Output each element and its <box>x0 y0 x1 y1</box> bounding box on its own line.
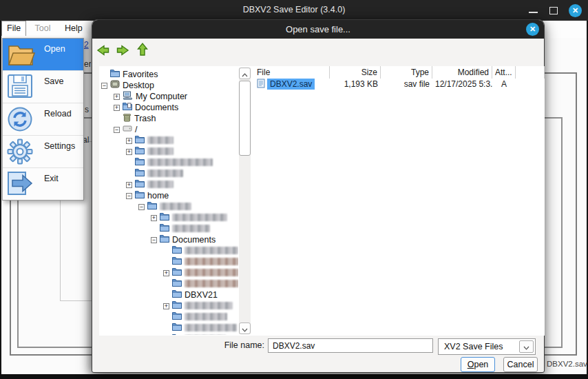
trash-icon <box>123 113 132 124</box>
collapse-icon[interactable]: − <box>126 193 132 199</box>
folder-icon <box>172 322 182 333</box>
redacted-label <box>147 181 174 188</box>
folder-icon <box>135 157 145 167</box>
tree-item[interactable]: + <box>101 179 238 190</box>
tree-item[interactable]: + <box>101 146 238 157</box>
redacted-label <box>160 203 191 210</box>
collapse-icon[interactable]: − <box>114 127 120 133</box>
tree-item[interactable] <box>101 157 238 168</box>
open-button[interactable]: Open <box>461 357 495 372</box>
tree-item[interactable] <box>101 311 238 322</box>
menubar-item-help[interactable]: Help <box>59 21 88 35</box>
close-icon: ✕ <box>572 6 578 14</box>
tree-item--[interactable]: −/ <box>101 124 238 135</box>
column-header-spacer[interactable] <box>516 66 545 79</box>
back-icon <box>96 48 110 59</box>
tree-item[interactable] <box>101 245 238 256</box>
tree-item[interactable] <box>101 256 238 267</box>
reload-icon <box>7 106 36 132</box>
close-button[interactable]: ✕ <box>569 4 582 17</box>
folder-icon <box>135 190 145 201</box>
folder-icon <box>172 278 182 289</box>
expand-icon[interactable]: + <box>114 94 120 100</box>
file-list-rows: DBXV2.sav1,193 KBsav file12/17/2025 5:3.… <box>254 79 545 90</box>
minimize-button[interactable] <box>529 12 538 13</box>
save-floppy-icon <box>7 74 36 100</box>
tree-item-documents[interactable]: +Documents <box>101 102 238 113</box>
tree-item[interactable] <box>101 168 238 179</box>
collapse-icon[interactable]: − <box>151 237 157 243</box>
filetype-value: XV2 Save Files <box>444 342 503 351</box>
cancel-button-label: Cancel <box>507 360 534 369</box>
forward-icon <box>116 48 129 59</box>
collapse-icon[interactable]: − <box>101 83 107 89</box>
column-header-size[interactable]: Size <box>330 66 381 79</box>
menu-item-exit[interactable]: Exit <box>3 167 83 200</box>
folder-icon <box>172 289 182 300</box>
file-row[interactable]: DBXV2.sav1,193 KBsav file12/17/2025 5:3.… <box>254 79 545 90</box>
redacted-label <box>185 269 238 276</box>
app-window: 2 er s al DBXV2.sav DBXV2 Save Editor (3… <box>0 0 588 379</box>
scroll-up-button[interactable] <box>239 68 251 79</box>
menubar-item-tool[interactable]: Tool <box>30 21 56 35</box>
menubar-item-file[interactable]: File <box>1 21 26 36</box>
column-header-type[interactable]: Type <box>381 66 432 79</box>
menu-item-save[interactable]: Save <box>3 70 83 103</box>
scroll-down-button[interactable] <box>239 322 251 334</box>
bg-fragment: er <box>84 59 91 69</box>
collapse-icon[interactable]: − <box>138 204 145 210</box>
forward-button[interactable] <box>116 43 129 57</box>
tree-item-label: / <box>135 125 137 134</box>
tree-item[interactable] <box>101 223 238 234</box>
expand-icon[interactable]: + <box>151 215 157 221</box>
tree-item-label: Desktop <box>123 81 154 90</box>
expand-icon[interactable]: + <box>163 270 169 276</box>
expand-icon[interactable]: + <box>126 149 132 155</box>
window-title: DBXV2 Save Editor (3.4.0) <box>0 5 588 14</box>
tree-item[interactable]: + <box>101 267 238 278</box>
tree-item-my-computer[interactable]: +My Computer <box>101 91 238 102</box>
menu-item-label: Exit <box>44 174 59 183</box>
tree-item[interactable]: + <box>101 135 238 146</box>
menu-item-open[interactable]: Open <box>3 39 83 70</box>
column-header-file[interactable]: File <box>254 66 330 79</box>
column-header-modified[interactable]: Modified <box>432 66 492 79</box>
tree-item-documents[interactable]: −Documents <box>101 234 238 245</box>
back-button[interactable] <box>96 43 110 57</box>
filetype-select[interactable]: XV2 Save Files <box>438 338 536 355</box>
menu-item-reload[interactable]: Reload <box>3 103 83 135</box>
scroll-thumb[interactable] <box>239 81 251 156</box>
filename-input[interactable] <box>268 338 433 353</box>
computer-icon <box>123 91 133 102</box>
menu-item-settings[interactable]: Settings <box>3 135 83 167</box>
dialog-close-button[interactable]: ✕ <box>526 23 539 36</box>
redacted-label <box>147 158 213 166</box>
up-button[interactable] <box>136 42 149 56</box>
column-header-att[interactable]: Att... <box>492 66 516 79</box>
tree-item[interactable] <box>101 278 238 289</box>
tree-item-home[interactable]: −home <box>101 190 238 201</box>
expand-icon[interactable]: + <box>163 303 169 309</box>
maximize-button[interactable] <box>549 7 558 14</box>
tree-item[interactable] <box>101 322 238 334</box>
folder-icon <box>172 256 182 267</box>
tree-item-favorites[interactable]: Favorites <box>101 69 238 80</box>
folder-icon <box>160 234 169 245</box>
tree-item-desktop[interactable]: −Desktop <box>101 80 238 91</box>
cancel-button[interactable]: Cancel <box>503 357 538 372</box>
expand-icon[interactable]: + <box>114 105 120 111</box>
tree-item-trash[interactable]: Trash <box>101 113 238 124</box>
redacted-label <box>147 170 183 177</box>
tree-scrollbar[interactable] <box>239 68 251 334</box>
file-menu: OpenSaveReloadSettingsExit <box>2 38 84 201</box>
tree-item[interactable]: + <box>101 300 238 311</box>
docs-icon <box>123 102 132 112</box>
tree-item[interactable] <box>101 334 238 335</box>
menu-item-label: Open <box>44 44 65 54</box>
filetype-dropdown-button[interactable] <box>519 340 534 353</box>
tree-item[interactable]: + <box>101 212 238 223</box>
tree-item[interactable]: − <box>101 201 238 212</box>
tree-item-dbxv21[interactable]: DBXV21 <box>101 289 238 300</box>
expand-icon[interactable]: + <box>126 182 132 188</box>
expand-icon[interactable]: + <box>126 138 132 144</box>
